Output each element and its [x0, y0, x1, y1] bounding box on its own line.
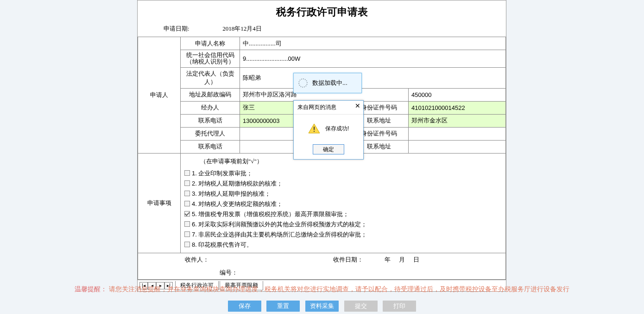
item-number: 3. — [192, 190, 198, 197]
checkbox-icon[interactable] — [184, 221, 190, 227]
no-label: 编号： — [138, 266, 505, 279]
receiver-label: 收件人： — [138, 253, 256, 266]
apply-date-label: 申请日期: — [164, 25, 221, 33]
item-number: 8. — [192, 241, 198, 248]
ok-button[interactable]: 确定 — [313, 144, 344, 154]
value-zip: 450000 — [409, 88, 506, 101]
label-phone1: 联系电话 — [181, 114, 240, 127]
item-text: 对纳税人延期缴纳税款的核准； — [198, 180, 283, 187]
label-applicant-name: 申请人名称 — [181, 37, 240, 50]
dialog-title: 来自网页的消息 — [297, 104, 336, 110]
tip-label: 温馨提醒： — [75, 285, 107, 293]
value-contact-addr1[interactable]: 郑州市金水区 — [409, 114, 506, 127]
checkbox-icon[interactable] — [184, 191, 190, 196]
dialog-message: 保存成功! — [325, 125, 349, 132]
label-agent: 委托代理人 — [181, 127, 240, 140]
receive-date-label: 收件日期： — [256, 253, 366, 266]
apply-item[interactable]: 2. 对纳税人延期缴纳税款的核准； — [184, 179, 503, 189]
apply-item[interactable]: 6. 对采取实际利润额预缴以外的其他企业所得税预缴方式的核定； — [184, 219, 503, 230]
apply-item[interactable]: 8. 印花税票代售许可。 — [184, 240, 503, 250]
applicant-section-label: 申请人 — [138, 37, 181, 154]
submit-button[interactable]: 提交 — [344, 301, 378, 312]
item-text: 非居民企业选择由其主要机构场所汇总缴纳企业所得税的审批； — [198, 231, 367, 238]
item-text: 对纳税人变更纳税定额的核准； — [198, 200, 283, 207]
reset-button[interactable]: 重置 — [266, 301, 300, 312]
item-number: 7. — [192, 231, 198, 238]
value-id-no[interactable]: 4101021000014522 — [409, 101, 506, 114]
item-number: 5. — [192, 211, 198, 218]
item-number: 6. — [192, 221, 198, 228]
tip-line: 温馨提醒： 请您关注消息提醒，并在业务查询模块查询办理进度，税务机关将对您进行实… — [0, 285, 644, 294]
item-number: 2. — [192, 180, 198, 187]
apply-item[interactable]: 5. 增值税专用发票（增值税税控系统）最高开票限额审批； — [184, 209, 503, 219]
button-bar: 保存 重置 资料采集 提交 打印 — [0, 301, 644, 312]
apply-item[interactable]: 7. 非居民企业选择由其主要机构场所汇总缴纳企业所得税的审批； — [184, 230, 503, 240]
loading-text: 数据加载中... — [312, 79, 347, 87]
item-text: 对采取实际利润额预缴以外的其他企业所得税预缴方式的核定； — [198, 221, 367, 228]
loading-toast: 数据加载中... — [293, 73, 362, 93]
value-agent-id[interactable] — [409, 127, 506, 140]
apply-date-row: 申请日期: 2018年12月4日 — [138, 22, 506, 37]
value-uscc: 9.........................00W — [240, 50, 506, 68]
checkbox-icon[interactable] — [184, 170, 190, 176]
checkbox-icon[interactable] — [184, 201, 190, 206]
item-text: 企业印制发票审批； — [198, 170, 253, 177]
print-button[interactable]: 打印 — [383, 301, 416, 312]
checkbox-icon[interactable] — [184, 231, 190, 237]
item-text: 印花税票代售许可。 — [198, 241, 253, 248]
dialog-body: 保存成功! — [294, 115, 363, 141]
tip-text: 请您关注消息提醒，并在业务查询模块查询办理进度，税务机关将对您进行实地调查，请予… — [109, 285, 569, 293]
checkbox-icon[interactable] — [184, 211, 190, 217]
label-handler: 经办人 — [181, 101, 240, 114]
receive-date-value: 年 月 日 — [366, 253, 505, 266]
message-dialog: 来自网页的消息 ✕ 保存成功! 确定 — [293, 100, 364, 160]
apply-item[interactable]: 1. 企业印制发票审批； — [184, 168, 503, 179]
item-text: 对纳税人延期申报的核准； — [198, 190, 271, 197]
checkbox-icon[interactable] — [184, 180, 190, 186]
close-icon[interactable]: ✕ — [355, 103, 360, 109]
item-text: 增值税专用发票（增值税税控系统）最高开票限额审批； — [198, 211, 349, 218]
label-legal-rep: 法定代表人（负责人） — [181, 67, 240, 88]
label-uscc: 统一社会信用代码（纳税人识别号） — [181, 50, 240, 68]
value-legal-rep: 陈昭弟 — [240, 67, 506, 88]
apply-date-value: 2018年12月4日 — [222, 25, 262, 32]
collect-button[interactable]: 资料采集 — [305, 301, 339, 312]
items-section-label: 申请事项 — [138, 153, 181, 253]
value-contact-addr2[interactable] — [409, 140, 506, 153]
apply-item[interactable]: 4. 对纳税人变更纳税定额的核准； — [184, 199, 503, 209]
item-number: 4. — [192, 200, 198, 207]
label-addr-zip: 地址及邮政编码 — [181, 88, 240, 101]
warning-icon — [308, 123, 320, 134]
svg-rect-1 — [314, 127, 315, 130]
item-number: 1. — [192, 170, 198, 177]
apply-item[interactable]: 3. 对纳税人延期申报的核准； — [184, 189, 503, 199]
form-title: 税务行政许可申请表 — [138, 0, 506, 22]
items-cell: （在申请事项前划"√"） 1. 企业印制发票审批；2. 对纳税人延期缴纳税款的核… — [181, 153, 506, 253]
checkbox-icon[interactable] — [184, 242, 190, 247]
label-phone2: 联系电话 — [181, 140, 240, 153]
spinner-icon — [298, 78, 308, 88]
dialog-title-bar: 来自网页的消息 ✕ — [294, 101, 363, 115]
save-button[interactable]: 保存 — [228, 301, 261, 312]
value-applicant-name: 中................司 — [240, 37, 506, 50]
svg-rect-2 — [314, 131, 315, 132]
